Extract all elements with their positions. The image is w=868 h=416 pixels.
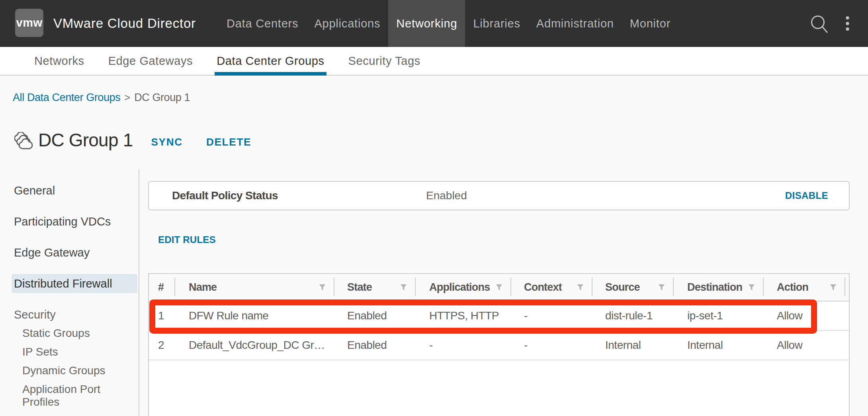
sync-button[interactable]: SYNC: [151, 136, 182, 148]
main-pane: Default Policy Status Enabled DISABLE ED…: [139, 169, 868, 416]
secondary-tabbar: NetworksEdge GatewaysData Center GroupsS…: [0, 47, 868, 76]
filter-funnel-icon[interactable]: [830, 284, 837, 291]
cell-source: Internal: [592, 331, 674, 360]
disable-button[interactable]: DISABLE: [785, 190, 828, 201]
breadcrumb-separator: >: [124, 91, 130, 104]
vmware-logo-icon[interactable]: vmw: [15, 9, 43, 37]
breadcrumb-link-all-data-center-groups[interactable]: All Data Center Groups: [13, 91, 120, 104]
edit-rules-button[interactable]: EDIT RULES: [158, 235, 216, 245]
cell-applications: -: [416, 331, 511, 360]
sidebar-item-security[interactable]: Security: [12, 305, 137, 324]
sidebar-item-dynamic-groups[interactable]: Dynamic Groups: [12, 362, 114, 380]
tab-networks[interactable]: Networks: [32, 47, 86, 75]
cell-context: -: [511, 301, 592, 330]
body-row: GeneralParticipating VDCsEdge GatewayDis…: [0, 169, 868, 416]
cell-state: Enabled: [334, 301, 416, 330]
tab-security-tags[interactable]: Security Tags: [346, 47, 422, 75]
logo-text: vmw: [16, 16, 43, 29]
cell-spacer: [845, 331, 849, 360]
cell-action: Allow: [764, 331, 845, 360]
column-label: #: [158, 281, 164, 294]
sidebar-item-distributed-firewall[interactable]: Distributed Firewall: [12, 274, 137, 293]
cell-source: dist-rule-1: [592, 301, 674, 330]
column-header-applications[interactable]: Applications: [416, 274, 511, 301]
page-title-row: DC Group 1 SYNC DELETE: [14, 130, 868, 150]
firewall-rules-table: #NameStateApplicationsContextSourceDesti…: [148, 273, 850, 416]
filter-funnel-icon[interactable]: [658, 284, 665, 291]
search-icon[interactable]: [809, 14, 828, 34]
table-body: 1DFW Rule nameEnabledHTTPS, HTTP-dist-ru…: [149, 301, 849, 360]
cell-destination: Internal: [674, 331, 764, 360]
filter-funnel-icon[interactable]: [400, 284, 407, 291]
filter-funnel-icon[interactable]: [577, 284, 584, 291]
cell-destination: ip-set-1: [674, 301, 764, 330]
kebab-menu-icon[interactable]: [842, 14, 853, 33]
tab-edge-gateways[interactable]: Edge Gateways: [106, 47, 195, 75]
breadcrumb: All Data Center Groups > DC Group 1: [0, 76, 868, 104]
table-header-row: #NameStateApplicationsContextSourceDesti…: [149, 274, 849, 301]
clouds-icon: [14, 132, 33, 150]
column-header-name[interactable]: Name: [175, 274, 334, 301]
brand-title: VMware Cloud Director: [53, 16, 196, 31]
policy-status-label: Default Policy Status: [172, 189, 278, 202]
nav-item-applications[interactable]: Applications: [306, 0, 388, 47]
column-header-context[interactable]: Context: [511, 274, 592, 301]
nav-item-monitor[interactable]: Monitor: [622, 0, 678, 47]
cell-name: Default_VdcGroup_DC Gr…: [175, 331, 334, 360]
column-header-source[interactable]: Source: [592, 274, 674, 301]
column-header-spacer: [845, 274, 849, 301]
column-label: Name: [189, 281, 217, 294]
column-header-[interactable]: #: [149, 274, 175, 301]
nav-item-administration[interactable]: Administration: [528, 0, 622, 47]
sidebar-item-ip-sets[interactable]: IP Sets: [12, 343, 114, 362]
column-label: State: [347, 281, 372, 294]
brand: vmw VMware Cloud Director: [15, 0, 196, 47]
sidebar-item-static-groups[interactable]: Static Groups: [12, 324, 114, 343]
primary-nav: Data CentersApplicationsNetworkingLibrar…: [219, 0, 678, 47]
sidebar-item-participating-vdcs[interactable]: Participating VDCs: [12, 212, 137, 231]
cell-spacer: [845, 301, 849, 330]
column-label: Action: [777, 281, 808, 294]
cell-name: DFW Rule name: [175, 301, 334, 330]
table-row-2[interactable]: 2Default_VdcGroup_DC Gr…Enabled--Interna…: [149, 331, 849, 360]
sidebar-item-general[interactable]: General: [12, 181, 137, 200]
cell-context: -: [511, 331, 592, 360]
column-label: Context: [524, 281, 562, 294]
cell-num: 1: [149, 301, 175, 330]
column-label: Source: [605, 281, 640, 294]
column-header-destination[interactable]: Destination: [674, 274, 764, 301]
top-actions: [811, 0, 868, 47]
nav-item-networking[interactable]: Networking: [388, 0, 465, 47]
cell-action: Allow: [764, 301, 845, 330]
page-title: DC Group 1: [38, 129, 133, 151]
table-row-1[interactable]: 1DFW Rule nameEnabledHTTPS, HTTP-dist-ru…: [149, 301, 849, 331]
cell-state: Enabled: [334, 331, 416, 360]
tab-data-center-groups[interactable]: Data Center Groups: [215, 47, 326, 75]
column-label: Destination: [687, 281, 742, 294]
breadcrumb-current: DC Group 1: [134, 91, 190, 104]
delete-button[interactable]: DELETE: [206, 136, 251, 148]
content: All Data Center Groups > DC Group 1 DC G…: [0, 76, 868, 416]
column-header-action[interactable]: Action: [764, 274, 845, 301]
column-header-state[interactable]: State: [334, 274, 416, 301]
top-header: vmw VMware Cloud Director Data CentersAp…: [0, 0, 868, 47]
side-nav: GeneralParticipating VDCsEdge GatewayDis…: [0, 169, 139, 416]
filter-funnel-icon[interactable]: [496, 284, 502, 291]
nav-item-libraries[interactable]: Libraries: [465, 0, 528, 47]
nav-item-data-centers[interactable]: Data Centers: [219, 0, 306, 47]
filter-funnel-icon[interactable]: [319, 284, 326, 291]
column-label: Applications: [429, 281, 490, 294]
default-policy-card: Default Policy Status Enabled DISABLE: [148, 181, 850, 210]
policy-status-value: Enabled: [426, 189, 467, 202]
cell-num: 2: [149, 331, 175, 360]
cell-applications: HTTPS, HTTP: [416, 301, 511, 330]
sidebar-item-edge-gateway[interactable]: Edge Gateway: [12, 243, 137, 262]
sidebar-item-application-port-profiles[interactable]: Application Port Profiles: [12, 380, 114, 412]
filter-funnel-icon[interactable]: [748, 284, 755, 291]
